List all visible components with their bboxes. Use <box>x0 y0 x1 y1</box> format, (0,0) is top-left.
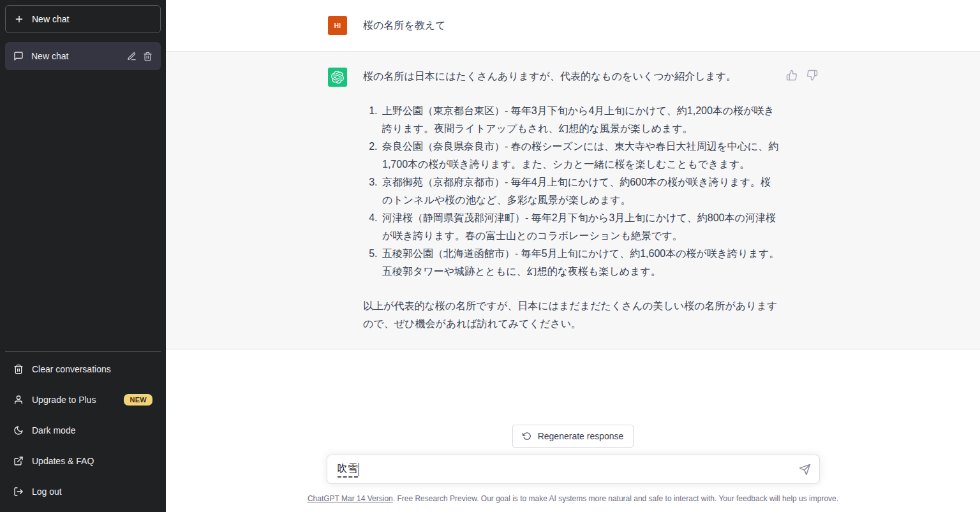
menu-item-label: Log out <box>32 486 62 497</box>
sidebar-item-dark-mode[interactable]: Dark mode <box>5 416 161 444</box>
sakura-spot-list: 上野公園（東京都台東区）- 毎年3月下旬から4月上旬にかけて、約1,200本の桜… <box>363 102 781 281</box>
sidebar-bottom-menu: Clear conversations Upgrade to Plus NEW … <box>5 351 161 507</box>
sidebar-spacer <box>5 70 161 351</box>
message-feedback <box>786 69 818 81</box>
refresh-icon <box>523 432 531 441</box>
menu-item-label: Updates & FAQ <box>32 456 94 466</box>
sidebar-item-clear-conversations[interactable]: Clear conversations <box>5 355 161 383</box>
logout-icon <box>13 486 24 497</box>
thumbs-down-icon[interactable] <box>806 69 818 81</box>
assistant-message-content: 桜の名所は日本にはたくさんありますが、代表的なものをいくつか紹介します。 上野公… <box>363 68 781 333</box>
user-avatar: HI <box>328 16 347 35</box>
chat-input[interactable]: 吹雪 <box>327 455 820 484</box>
chat-bubble-icon <box>13 51 24 61</box>
sidebar-item-log-out[interactable]: Log out <box>5 478 161 506</box>
list-item: 上野公園（東京都台東区）- 毎年3月下旬から4月上旬にかけて、約1,200本の桜… <box>380 102 781 138</box>
trash-icon <box>13 364 24 374</box>
plus-icon <box>14 14 24 24</box>
version-link[interactable]: ChatGPT Mar 14 Version <box>308 494 393 503</box>
sidebar-item-updates-faq[interactable]: Updates & FAQ <box>5 447 161 475</box>
thumbs-up-icon[interactable] <box>786 69 798 81</box>
chatgpt-logo-icon <box>328 68 347 87</box>
new-chat-label: New chat <box>32 14 69 24</box>
sidebar-item-upgrade-to-plus[interactable]: Upgrade to Plus NEW <box>5 386 161 414</box>
user-icon <box>13 395 24 405</box>
send-icon[interactable] <box>799 464 811 476</box>
moon-icon <box>13 425 24 435</box>
external-link-icon <box>13 456 24 466</box>
footer-text: . Free Research Preview. Our goal is to … <box>393 494 838 503</box>
user-message-text: 桜の名所を教えて <box>363 16 446 34</box>
menu-item-label: Clear conversations <box>32 364 111 374</box>
list-item: 奈良公園（奈良県奈良市）- 春の桜シーズンには、東大寺や春日大社周辺を中心に、約… <box>380 138 781 173</box>
menu-item-label: Dark mode <box>32 425 75 435</box>
chat-main: HI 桜の名所を教えて 桜の名所は日本にはたくさんありますが、代表的なものをいく… <box>166 0 980 512</box>
list-item: 五稜郭公園（北海道函館市）- 毎年5月上旬にかけて、約1,600本の桜が咲き誇り… <box>380 245 781 281</box>
sidebar: New chat New chat Clear con <box>0 0 166 512</box>
assistant-closing: 以上が代表的な桜の名所ですが、日本にはまだまだたくさんの美しい桜の名所があります… <box>363 297 781 333</box>
conversation-actions <box>127 52 152 61</box>
assistant-intro: 桜の名所は日本にはたくさんありますが、代表的なものをいくつか紹介します。 <box>363 68 781 85</box>
regenerate-label: Regenerate response <box>538 431 624 441</box>
sidebar-conversation-item[interactable]: New chat <box>5 42 161 70</box>
chat-input-value: 吹雪 <box>338 462 358 478</box>
conversation-title: New chat <box>31 51 119 61</box>
menu-item-label: Upgrade to Plus <box>32 395 96 405</box>
text-caret <box>359 463 360 476</box>
delete-icon[interactable] <box>143 52 152 61</box>
regenerate-response-button[interactable]: Regenerate response <box>512 425 634 448</box>
chatgpt-app: New chat New chat Clear con <box>0 0 980 512</box>
list-item: 河津桜（静岡県賀茂郡河津町）- 毎年2月下旬から3月上旬にかけて、約800本の河… <box>380 209 781 245</box>
list-item: 京都御苑（京都府京都市）- 毎年4月上旬にかけて、約600本の桜が咲き誇ります。… <box>380 173 781 209</box>
new-badge: NEW <box>124 394 152 406</box>
assistant-message-row: 桜の名所は日本にはたくさんありますが、代表的なものをいくつか紹介します。 上野公… <box>166 52 980 349</box>
new-chat-button[interactable]: New chat <box>5 5 161 33</box>
composer: Regenerate response 吹雪 ChatGPT Mar 14 Ve… <box>166 425 980 512</box>
user-message-row: HI 桜の名所を教えて <box>166 0 980 52</box>
edit-icon[interactable] <box>127 52 137 61</box>
footer-disclaimer: ChatGPT Mar 14 Version. Free Research Pr… <box>308 494 838 503</box>
